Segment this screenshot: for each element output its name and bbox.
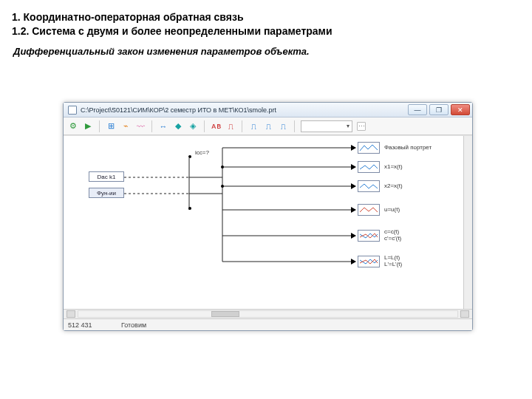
- arrowhead-icon: [351, 207, 356, 213]
- junction-dot: [188, 207, 191, 210]
- ab-icon[interactable]: ᴀʙ: [211, 121, 221, 132]
- arrowhead-icon: [351, 259, 356, 265]
- pulse-icon[interactable]: ⎍: [225, 121, 236, 132]
- junction-dot: [221, 185, 224, 188]
- scope-x1[interactable]: [358, 161, 380, 173]
- close-button[interactable]: ✕: [451, 104, 470, 115]
- play-icon[interactable]: ▶: [83, 121, 93, 132]
- scope-label: L'=L'(t): [384, 261, 402, 267]
- toolbar: ⚙ ▶ ⊞ ⌁ 〰 ↔ ◆ ◈ ᴀʙ ⎍ ⎍ ⎍ ⎍ ▾ ⋯: [64, 117, 472, 135]
- scope-c[interactable]: [358, 230, 380, 242]
- horizontal-scrollbar[interactable]: [64, 309, 472, 318]
- cluster-label: icc=?: [195, 149, 209, 156]
- arrowhead-icon: [351, 233, 356, 239]
- more-button[interactable]: ⋯: [357, 122, 366, 131]
- chart-icon[interactable]: ⊞: [106, 121, 116, 132]
- toolbar-separator: [242, 120, 242, 132]
- scope-u[interactable]: [358, 204, 380, 216]
- status-text: Готовим: [121, 321, 146, 329]
- toolbar-combo[interactable]: ▾: [301, 120, 352, 132]
- step3-icon[interactable]: ⎍: [278, 121, 288, 132]
- diamond2-icon[interactable]: ◈: [188, 121, 198, 132]
- combo-caret-icon: ▾: [347, 123, 349, 129]
- heading-1: 1. Координатно-операторная обратная связ…: [12, 10, 520, 24]
- step2-icon[interactable]: ⎍: [263, 121, 273, 132]
- junction-dot: [221, 166, 224, 168]
- document-icon: [68, 106, 77, 115]
- statusbar: 512 431 Готовим: [64, 318, 472, 330]
- window-title: C:\Project\S0121\СИМ\КОР\2 семестр ИТО в…: [81, 106, 408, 114]
- scroll-thumb[interactable]: [211, 311, 239, 317]
- status-coords: 512 431: [68, 321, 111, 329]
- diagram-wires: [64, 136, 472, 309]
- block-input-top[interactable]: Dac k1: [89, 171, 124, 182]
- signal-icon[interactable]: ⌁: [120, 121, 131, 132]
- maximize-button[interactable]: ❐: [429, 104, 449, 115]
- app-window: C:\Project\S0121\СИМ\КОР\2 семестр ИТО в…: [63, 102, 473, 331]
- arrowhead-icon: [351, 145, 356, 151]
- scope-label: c=c(t): [384, 228, 399, 235]
- tree-icon[interactable]: ⚙: [68, 121, 78, 132]
- toolbar-separator: [151, 120, 152, 132]
- scope-label: Фазовый портрет: [384, 144, 432, 151]
- heading-2: 1.2. Система с двумя и более неопределен…: [12, 24, 520, 38]
- step1-icon[interactable]: ⎍: [248, 121, 259, 132]
- scope-label: x1=x(t): [384, 163, 403, 170]
- subheading: Дифференциальный закон изменения парамет…: [0, 41, 532, 57]
- toolbar-separator: [99, 120, 100, 132]
- scroll-right-button[interactable]: [460, 310, 469, 318]
- titlebar[interactable]: C:\Project\S0121\СИМ\КОР\2 семестр ИТО в…: [64, 103, 472, 117]
- diamond-icon[interactable]: ◆: [173, 121, 183, 132]
- arrowhead-icon: [351, 183, 356, 189]
- scope-l[interactable]: [358, 256, 380, 267]
- scope-phase-portrait[interactable]: [358, 142, 380, 154]
- scope-x2[interactable]: [358, 180, 380, 192]
- diagram-canvas[interactable]: Dac k1 Фун-ии icc=? Фазовый портрет x1=x…: [64, 135, 472, 309]
- arrowhead-icon: [351, 164, 356, 170]
- scope-label: x2=x(t): [384, 183, 403, 189]
- toolbar-separator: [294, 120, 295, 132]
- scope-label: u=u(t): [384, 206, 400, 213]
- scroll-left-button[interactable]: [66, 310, 75, 318]
- scroll-track[interactable]: [78, 310, 458, 318]
- minimize-button[interactable]: —: [408, 104, 427, 115]
- toolbar-separator: [204, 120, 205, 132]
- curve-icon[interactable]: 〰: [135, 121, 146, 132]
- scope-label: c'=c'(t): [384, 235, 401, 242]
- arrows-icon[interactable]: ↔: [158, 121, 168, 132]
- window-controls: — ❐ ✕: [408, 104, 470, 115]
- scope-label: L=L(t): [384, 254, 400, 261]
- junction-dot: [188, 155, 191, 158]
- block-input-bottom[interactable]: Фун-ии: [89, 188, 124, 198]
